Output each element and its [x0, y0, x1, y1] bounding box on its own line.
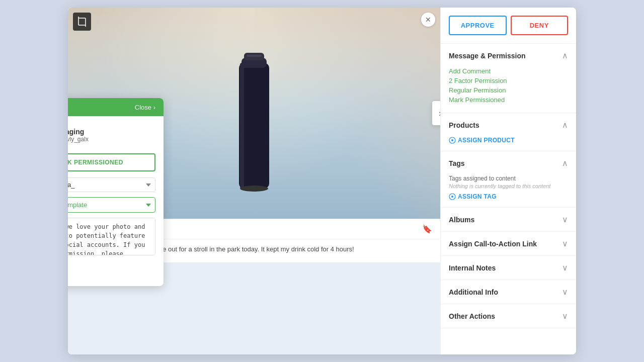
tags-title: Tags — [449, 159, 465, 167]
messaging-overlay: Messaging Close › Messaging — [68, 98, 164, 286]
regular-permission-link[interactable]: Regular Permission — [449, 86, 568, 94]
approve-button[interactable]: APPROVE — [449, 16, 507, 35]
albums-title: Albums — [449, 216, 474, 224]
internal-notes-section: Internal Notes ∨ — [441, 256, 576, 280]
cta-section: Assign Call-to-Action Link ∨ — [441, 232, 576, 256]
products-chevron: ∧ — [562, 120, 568, 130]
right-panel: APPROVE DENY Message & Permission ∧ Add … — [440, 8, 576, 354]
tags-chevron: ∧ — [562, 158, 568, 168]
assign-product-icon — [449, 137, 456, 144]
close-messaging-button[interactable]: Close › — [135, 104, 155, 111]
cta-chevron: ∨ — [562, 239, 568, 248]
action-buttons: APPROVE DENY — [441, 8, 576, 44]
mark-permissioned-link[interactable]: Mark Permissioned — [449, 96, 568, 104]
from-row: From: @labrea_ — [68, 177, 155, 192]
additional-info-title: Additional Info — [449, 288, 498, 296]
albums-section: Albums ∨ — [441, 208, 576, 232]
other-actions-header[interactable]: Other Actions ∨ — [441, 304, 576, 328]
messaging-user-name: Messaging — [68, 128, 89, 136]
add-comment-link[interactable]: Add Comment — [449, 67, 568, 75]
user-details: Messaging @luvly_galx — [68, 128, 89, 143]
additional-info-header[interactable]: Additional Info ∨ — [441, 280, 576, 304]
instagram-handle-text: @luvly_galx — [68, 136, 89, 143]
additional-info-section: Additional Info ∨ — [441, 280, 576, 304]
svg-point-15 — [451, 139, 453, 141]
message-permission-chevron: ∧ — [562, 51, 568, 60]
factor-permission-link[interactable]: 2 Factor Permission — [449, 77, 568, 84]
message-permission-section: Message & Permission ∧ Add Comment 2 Fac… — [441, 44, 576, 113]
tags-content: Tags assigned to content Nothing is curr… — [441, 175, 576, 207]
messaging-header: Messaging Close › — [68, 98, 164, 116]
assign-tag-label: ASSIGN TAG — [458, 193, 497, 200]
message-permission-title: Message & Permission — [449, 52, 526, 60]
tags-empty-text: Nothing is currently tagged to this cont… — [449, 183, 568, 189]
products-header[interactable]: Products ∧ — [441, 113, 576, 137]
svg-rect-11 — [240, 63, 244, 189]
messaging-user-handle: @luvly_galx — [68, 136, 89, 143]
additional-info-chevron: ∨ — [562, 287, 568, 297]
other-actions-chevron: ∨ — [562, 311, 568, 321]
main-container: Messaging Close › Messaging — [68, 8, 576, 354]
mark-permissioned-button[interactable]: MARK PERMISSIONED — [68, 153, 155, 171]
messaging-body: Messaging @luvly_galx MARK PERMISSIONED — [68, 116, 164, 286]
products-section: Products ∧ ASSIGN PRODUCT — [441, 113, 576, 151]
left-panel: Messaging Close › Messaging — [68, 8, 440, 354]
products-title: Products — [449, 121, 479, 129]
assign-tag-icon — [449, 193, 456, 200]
other-actions-title: Other Actions — [449, 312, 495, 320]
deny-button[interactable]: DENY — [511, 16, 569, 35]
tags-section: Tags ∧ Tags assigned to content Nothing … — [441, 151, 576, 208]
next-image-arrow[interactable]: › — [432, 101, 440, 125]
hand-overlay — [254, 8, 440, 219]
products-content: ASSIGN PRODUCT — [441, 137, 576, 151]
user-info-row: Messaging @luvly_galx — [68, 124, 155, 146]
template-select[interactable]: Default DM Template — [68, 197, 155, 213]
internal-notes-title: Internal Notes — [449, 264, 496, 272]
internal-notes-chevron: ∨ — [562, 263, 568, 273]
svg-rect-5 — [78, 18, 86, 25]
assign-tag-link[interactable]: ASSIGN TAG — [449, 193, 568, 200]
tags-assigned-label: Tags assigned to content — [449, 175, 568, 182]
message-textarea[interactable]: Hey there, we love your photo and would … — [68, 218, 155, 255]
assign-product-link[interactable]: ASSIGN PRODUCT — [449, 137, 568, 144]
assign-product-label: ASSIGN PRODUCT — [458, 137, 515, 144]
close-image-button[interactable]: ✕ — [421, 13, 435, 27]
message-permission-content: Add Comment 2 Factor Permission Regular … — [441, 67, 576, 113]
tags-header[interactable]: Tags ∧ — [441, 151, 576, 175]
crop-icon[interactable] — [73, 13, 91, 31]
albums-chevron: ∨ — [562, 215, 568, 224]
internal-notes-header[interactable]: Internal Notes ∨ — [441, 256, 576, 280]
svg-point-17 — [451, 196, 453, 198]
cta-header[interactable]: Assign Call-to-Action Link ∨ — [441, 232, 576, 255]
cta-title: Assign Call-to-Action Link — [449, 240, 537, 248]
albums-header[interactable]: Albums ∨ — [441, 208, 576, 231]
bookmark-icon[interactable]: 🔖 — [422, 224, 432, 234]
other-actions-section: Other Actions ∨ — [441, 304, 576, 328]
from-select[interactable]: @labrea_ — [68, 177, 155, 192]
message-permission-header[interactable]: Message & Permission ∧ — [441, 44, 576, 67]
